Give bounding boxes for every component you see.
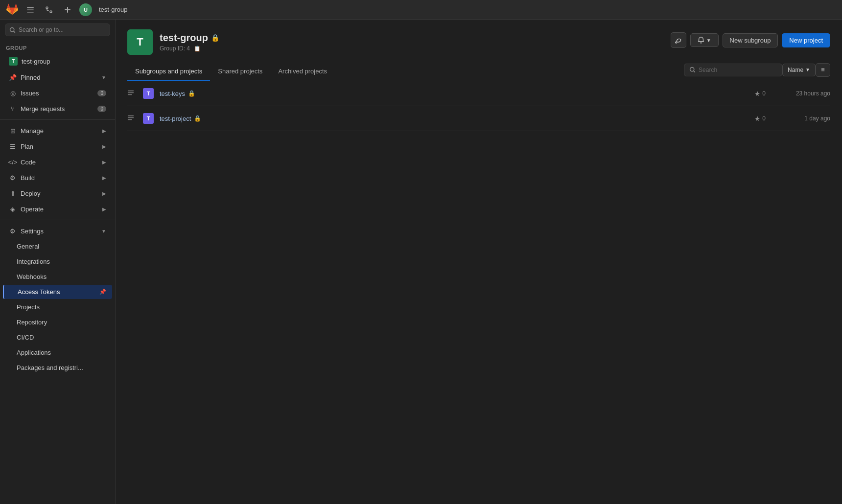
svg-rect-14 [128,119,132,120]
sidebar-item-repository[interactable]: Repository [3,315,112,329]
project-time-2: 1 day ago [772,115,830,122]
sidebar-item-operate[interactable]: ◈ Operate ▶ [3,202,112,216]
build-icon: ⚙ [9,174,17,182]
pin-icon: 📌 [9,73,17,81]
sidebar-item-packages[interactable]: Packages and registri... [3,361,112,375]
toggle-sidebar-button[interactable] [23,3,37,17]
sidebar-manage-label: Manage [21,127,98,135]
sidebar-search-placeholder: Search or go to... [19,26,64,33]
star-icon-2 [754,115,760,121]
sidebar-group-label: test-group [22,58,106,65]
star-icon-1 [754,91,760,96]
issues-badge: 0 [97,90,106,96]
tab-subgroups-and-projects[interactable]: Subgroups and projects [127,63,210,81]
sidebar-code-label: Code [21,159,98,166]
svg-rect-9 [128,91,134,92]
notifications-button[interactable]: ▼ [690,33,719,47]
table-row: T test-keys 🔒 0 23 hours ago [127,81,830,106]
sidebar-operate-label: Operate [21,206,98,213]
search-input[interactable] [699,67,777,73]
project-avatar-2: T [143,113,154,124]
sidebar-item-general[interactable]: General [3,239,112,253]
sidebar-item-cicd[interactable]: CI/CD [3,330,112,344]
sidebar-item-code[interactable]: </> Code ▶ [3,155,112,169]
tab-archived-projects[interactable]: Archived projects [270,63,335,81]
svg-rect-11 [128,94,132,95]
project-stars-2[interactable]: 0 [736,115,766,122]
sidebar-item-merge-requests[interactable]: ⑂ Merge requests 0 [3,101,112,116]
sidebar-item-projects[interactable]: Projects [3,300,112,314]
chevron-settings-icon: ▼ [101,229,106,234]
project-name-2[interactable]: test-project 🔒 [160,115,730,122]
new-subgroup-button[interactable]: New subgroup [723,33,778,47]
page-header-left: T test-group 🔒 Group ID: 4 📋 [127,29,219,55]
sidebar-repository-label: Repository [17,319,106,326]
chevron-sort-icon: ▼ [805,67,810,72]
operate-icon: ◈ [9,205,17,213]
sidebar-settings-label: Settings [21,228,97,235]
project-stars-1[interactable]: 0 [736,90,766,97]
topbar-breadcrumb: test-group [99,6,128,13]
sidebar-item-settings[interactable]: ⚙ Settings ▼ [3,224,112,238]
issues-icon: ◎ [9,89,17,97]
sidebar-item-deploy[interactable]: ⇑ Deploy ▶ [3,186,112,201]
sidebar-item-issues[interactable]: ◎ Issues 0 [3,86,112,100]
gitlab-logo [6,3,19,16]
sidebar-projects-label: Projects [17,303,106,311]
user-avatar[interactable]: U [79,3,92,16]
group-avatar: T [127,29,153,55]
sidebar-item-plan[interactable]: ☰ Plan ▶ [3,139,112,154]
page-subtitle: Group ID: 4 📋 [160,45,219,52]
sidebar-plan-label: Plan [21,143,98,150]
plan-icon: ☰ [9,142,17,150]
sidebar-issues-label: Issues [21,90,94,97]
filter-icon: ≡ [821,66,825,73]
sidebar-item-applications[interactable]: Applications [3,345,112,360]
svg-point-4 [50,11,52,13]
merge-requests-icon-button[interactable] [42,3,56,17]
merge-requests-icon: ⑂ [9,105,17,113]
new-project-button[interactable]: New project [782,33,830,47]
code-icon: </> [9,158,17,166]
tabs-search-container [684,64,782,76]
sidebar-item-build[interactable]: ⚙ Build ▶ [3,170,112,185]
wrench-icon [675,37,682,44]
project-avatar-1: T [143,88,154,99]
sort-name-button[interactable]: Name ▼ [782,64,816,76]
main-layout: Search or go to... Group T test-group 📌 … [0,20,842,504]
page-title: test-group 🔒 [160,32,219,44]
sidebar-section-label: Group [0,40,115,53]
filter-button[interactable]: ≡ [816,63,830,77]
project-toggle-icon[interactable] [127,89,137,98]
project-lock-icon-2: 🔒 [194,115,201,122]
top-bar: U test-group [0,0,842,20]
sidebar-search-bar[interactable]: Search or go to... [5,23,110,36]
sidebar-item-manage[interactable]: ⊞ Manage ▶ [3,123,112,138]
project-name-1[interactable]: test-keys 🔒 [160,90,730,97]
deploy-icon: ⇑ [9,189,17,197]
settings-wrench-button[interactable] [671,32,686,48]
copy-group-id-button[interactable]: 📋 [192,45,202,52]
sidebar-build-label: Build [21,174,98,182]
chevron-notifications-icon: ▼ [706,38,711,43]
tabs-search-icon [689,67,696,73]
svg-rect-13 [128,117,134,118]
sidebar-divider-1 [0,119,115,120]
tab-shared-projects[interactable]: Shared projects [210,63,270,81]
sidebar-item-pinned[interactable]: 📌 Pinned ▼ [3,70,112,85]
svg-rect-2 [27,12,34,13]
merge-badge: 0 [97,106,106,112]
sidebar-item-access-tokens[interactable]: Access Tokens 📌 [3,285,112,299]
tabs-bar: Subgroups and projects Shared projects A… [116,63,842,81]
sidebar-item-webhooks[interactable]: Webhooks [3,270,112,284]
projects-list: T test-keys 🔒 0 23 hours ago T test- [116,81,842,504]
sidebar-item-integrations[interactable]: Integrations [3,254,112,269]
new-item-button[interactable] [61,3,74,17]
sidebar-item-test-group[interactable]: T test-group [3,53,112,69]
sidebar-access-tokens-label: Access Tokens [18,288,95,296]
content-area: T test-group 🔒 Group ID: 4 📋 [116,20,842,504]
sidebar-applications-label: Applications [17,349,106,356]
manage-icon: ⊞ [9,127,17,135]
chevron-code-icon: ▶ [102,160,106,165]
project-toggle-icon-2[interactable] [127,114,137,123]
